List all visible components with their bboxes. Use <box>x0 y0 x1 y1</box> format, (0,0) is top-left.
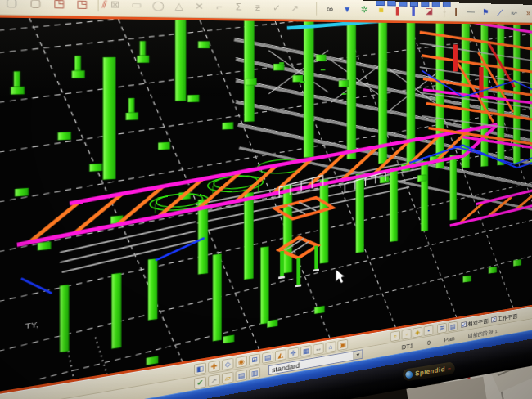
sticker-red-mark: ~ <box>447 365 451 372</box>
snap-home-icon[interactable]: ⌂ <box>326 341 336 353</box>
mouse-cursor <box>336 268 345 284</box>
weld-double-icon[interactable]: » <box>523 7 532 19</box>
toolbar-draw-group: ⊠▭◯△✕⌐Σƶ✓↗ <box>98 0 303 15</box>
circle-tool-icon[interactable]: ◯ <box>150 0 166 13</box>
triangle-tool-icon[interactable]: △ <box>171 0 187 13</box>
check-tool-icon[interactable]: ✓ <box>269 1 284 15</box>
snap-yellow-3-icon[interactable]: ◈ <box>413 327 422 338</box>
chevron-down-icon[interactable]: ▼ <box>354 350 363 359</box>
filter-funnel-icon[interactable]: ▼ <box>340 2 354 16</box>
sparkle-icon[interactable]: ✲ <box>358 3 371 16</box>
toolbar-left-group: ▢▢◳◳⫽ <box>2 0 114 12</box>
checkbox-checked-icon-2[interactable]: ✓ <box>491 316 496 322</box>
binoculars-icon[interactable]: ∞ <box>323 2 337 16</box>
snap-yellow-2-icon[interactable]: ▫ <box>402 329 412 340</box>
checkbox-checked-icon[interactable]: ✓ <box>461 321 466 328</box>
cut-toolbar-icon-2[interactable] <box>387 1 395 6</box>
plate-tool-icon[interactable]: ◳ <box>50 0 68 11</box>
cut-toolbar-icon-6[interactable] <box>432 2 440 7</box>
cross-tool-icon[interactable]: ✕ <box>192 0 207 13</box>
weld-slash-icon[interactable]: ／ <box>494 7 506 19</box>
photo-of-monitor: Splendid ~ ASUS ▢▢◳◳⫽ ⊠▭◯△✕⌐Σƶ✓↗ ∞▼✲■❚❚◪… <box>0 0 532 399</box>
zigzag-tool-icon[interactable]: ƶ <box>250 1 265 15</box>
crossed-box-tool-icon[interactable]: ⊠ <box>106 0 124 12</box>
cad-application-window: ▢▢◳◳⫽ ⊠▭◯△✕⌐Σƶ✓↗ ∞▼✲■❚❚◪▫ ❙―⚑／↜»❙ <box>0 0 532 399</box>
cut-toolbar-icon-5[interactable] <box>421 2 429 7</box>
status-count: 0 <box>427 339 431 347</box>
snap-mesh-icon[interactable]: ▦ <box>300 345 311 357</box>
snap-dot-icon[interactable]: ◉ <box>236 356 247 368</box>
tool-partial-2-icon[interactable]: ▢ <box>26 0 45 11</box>
snap-extend-icon[interactable]: ⇔ <box>313 343 323 356</box>
plate-tool-2-icon[interactable]: ◳ <box>74 0 92 11</box>
cut-toolbar-icon-7[interactable] <box>443 2 451 7</box>
toolbar-weld-group: ❙―⚑／↜»❙ <box>444 5 532 19</box>
corner-tool-icon[interactable]: ⌐ <box>211 0 227 14</box>
tool-partial-1-icon[interactable]: ▢ <box>2 0 21 11</box>
status-mode: Pan <box>444 335 454 344</box>
plane-grid-icon[interactable]: ⊞ <box>437 323 446 334</box>
snap-cross-icon[interactable]: ✛ <box>288 347 300 360</box>
status-dt: DT1 <box>402 342 413 352</box>
cut-toolbar-icon-1[interactable] <box>376 1 385 6</box>
cut-toolbar-icon-4[interactable] <box>410 2 418 7</box>
snap-corner-icon[interactable]: ◭ <box>275 349 286 361</box>
weld-bar-icon[interactable]: ❙ <box>450 6 462 18</box>
snap-solid-icon[interactable]: ▣ <box>337 339 348 351</box>
weld-flag-icon[interactable]: ⚑ <box>480 6 491 18</box>
rect-tool-icon[interactable]: ▭ <box>128 0 146 12</box>
weld-dash-icon[interactable]: ― <box>465 6 476 18</box>
snap-yellow-1-icon[interactable]: ▫ <box>390 330 400 342</box>
snap-blue-icon[interactable]: ▪ <box>424 325 434 336</box>
part-label-s: S <box>241 18 247 20</box>
weld-arrow-icon[interactable]: ↜ <box>509 7 520 19</box>
arrow-tool-icon[interactable]: ↗ <box>288 2 302 16</box>
plane-save-icon[interactable]: ▤ <box>448 321 457 332</box>
origin-label: TY, <box>25 320 38 330</box>
sticker-logo-icon <box>405 370 413 379</box>
cut-toolbar-icon-3[interactable] <box>399 2 407 7</box>
sticker-label: Splendid <box>415 365 446 378</box>
sigma-tool-icon[interactable]: Σ <box>231 0 246 14</box>
